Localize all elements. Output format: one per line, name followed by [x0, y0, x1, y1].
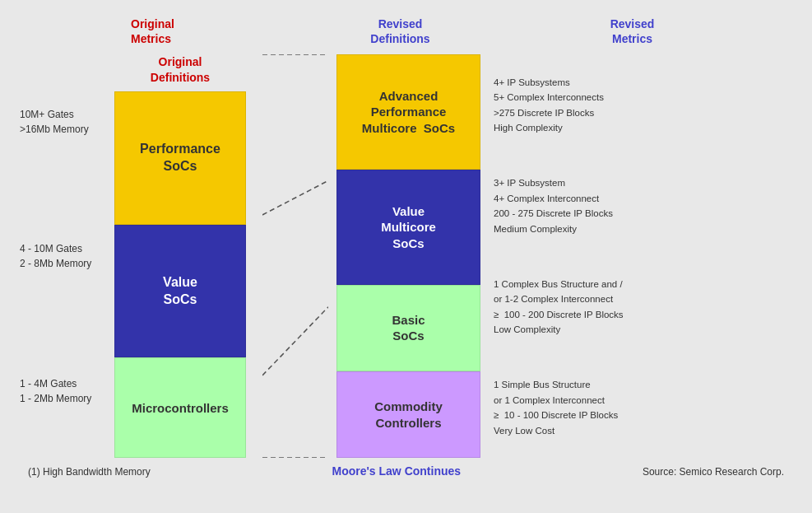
left-metrics-column: 10M+ Gates>16Mb Memory 4 - 10M Gates2 - … — [20, 54, 114, 458]
performance-socs-box: PerformanceSoCs — [114, 91, 246, 225]
dashed-lines-connector — [262, 54, 328, 458]
right-metric-1: 4+ IP Subsystems5+ Complex Interconnects… — [494, 75, 792, 136]
commodity-controllers-box: CommodityControllers — [336, 371, 480, 458]
metric-bot: 1 - 4M Gates1 - 2Mb Memory — [20, 376, 108, 406]
original-definitions-title: OriginalDefinitions — [114, 54, 246, 84]
right-metric-3: 1 Complex Bus Structure and /or 1-2 Comp… — [494, 277, 792, 338]
svg-line-1 — [262, 181, 328, 216]
original-boxes: PerformanceSoCs ValueSoCs Microcontrolle… — [114, 91, 246, 459]
metric-mid: 4 - 10M Gates2 - 8Mb Memory — [20, 241, 108, 271]
main-area: 10M+ Gates>16Mb Memory 4 - 10M Gates2 - … — [20, 54, 792, 458]
header-row: OriginalMetrics Revised Definitions Revi… — [20, 16, 792, 46]
right-metrics-column: 4+ IP Subsystems5+ Complex Interconnects… — [480, 54, 792, 458]
revised-boxes: AdvancedPerformanceMulticore SoCs ValueM… — [336, 54, 480, 458]
basic-socs-box: BasicSoCs — [336, 285, 480, 371]
right-metric-2: 3+ IP Subsystem4+ Complex Interconnect20… — [494, 175, 792, 236]
original-metrics-title: OriginalMetrics — [123, 16, 254, 46]
footer-left-text: (1) High Bandwidth Memory — [28, 466, 151, 478]
microcontrollers-box: Microcontrollers — [114, 357, 246, 458]
metric-top: 10M+ Gates>16Mb Memory — [20, 107, 108, 137]
revised-metrics-label: Revised Metrics — [610, 17, 655, 45]
original-definitions-column: OriginalDefinitions PerformanceSoCs Valu… — [114, 54, 246, 458]
revised-definitions-label: Revised Definitions — [370, 17, 429, 45]
value-socs-box: ValueSoCs — [114, 225, 246, 358]
source-label: Source: Semico Research Corp. — [643, 466, 784, 478]
advanced-performance-box: AdvancedPerformanceMulticore SoCs — [336, 54, 480, 170]
footer: (1) High Bandwidth Memory Moore's Law Co… — [20, 464, 792, 478]
moores-law-label: Moore's Law Continues — [332, 464, 462, 478]
value-multicore-box: ValueMulticoreSoCs — [336, 170, 480, 285]
svg-line-2 — [262, 307, 328, 375]
revised-definitions-column: AdvancedPerformanceMulticore SoCs ValueM… — [336, 54, 480, 458]
right-metric-4: 1 Simple Bus Structureor 1 Complex Inter… — [494, 377, 792, 438]
slide: OriginalMetrics Revised Definitions Revi… — [0, 0, 812, 513]
